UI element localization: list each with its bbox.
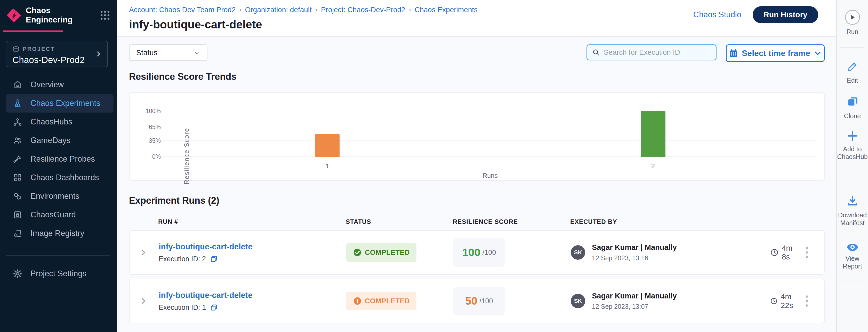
time-frame-button[interactable]: Select time frame	[726, 44, 825, 62]
row-menu-kebab-icon[interactable]	[802, 246, 825, 259]
status-filter-dropdown[interactable]: Status	[129, 44, 208, 61]
breadcrumb-organization[interactable]: Organization: default	[245, 6, 311, 14]
page-header: Account: Chaos Dev Team Prod2 › Organiza…	[117, 0, 836, 37]
run-duration: 4m 8s	[754, 244, 802, 261]
chart-y-tick-label: 35%	[149, 137, 161, 144]
gear-icon	[12, 269, 23, 278]
sidebar-item-label: Overview	[30, 80, 64, 89]
expand-row-icon[interactable]	[139, 248, 154, 257]
table-header-row: RUN # STATUS RESILIENCE SCORE EXECUTED B…	[129, 213, 825, 230]
table-row[interactable]: infy-boutique-cart-delete Execution ID: …	[129, 230, 825, 275]
run-duration: 4m 22s	[754, 292, 802, 310]
chart-gridline	[164, 156, 816, 157]
eye-icon	[846, 241, 859, 253]
run-button[interactable]	[837, 10, 868, 25]
executed-at-timestamp: 12 Sep 2023, 13:07	[592, 303, 677, 310]
sidebar-item-chaosguard[interactable]: ChaosGuard	[6, 206, 114, 224]
row-menu-kebab-icon[interactable]	[802, 294, 825, 308]
view-report-button[interactable]	[837, 241, 868, 255]
execution-id-label: Execution ID: 2	[159, 255, 206, 263]
download-manifest-button[interactable]	[837, 195, 868, 209]
chart-y-tick-label: 100%	[146, 108, 161, 115]
chart-y-tick-label: 0%	[152, 153, 161, 160]
executed-by-name: Sagar Kumar | Manually	[592, 292, 677, 300]
chart-bar[interactable]	[315, 134, 340, 157]
sidebar-item-chaos-dashboards[interactable]: Chaos Dashboards	[6, 168, 114, 187]
play-icon[interactable]	[845, 10, 860, 25]
edit-button[interactable]	[837, 61, 868, 74]
chart-bar[interactable]	[641, 111, 665, 157]
resilience-score: 50 /100	[453, 286, 505, 315]
harness-logo-icon[interactable]	[7, 8, 21, 23]
experiment-action-rail: Run Edit Clone Add to ChaosHub Download …	[836, 0, 868, 332]
chaos-engineering-app: Chaos Engineering PROJECT Chaos-Dev-Prod…	[0, 0, 868, 332]
score-total: /100	[479, 297, 493, 305]
download-icon	[846, 195, 859, 207]
chart-gridline	[164, 127, 816, 127]
sidebar-divider	[6, 255, 110, 255]
sidebar-item-label: Environments	[30, 191, 80, 201]
breadcrumb-chaos-experiments[interactable]: Chaos Experiments	[415, 6, 477, 14]
sidebar-item-label: Image Registry	[30, 229, 84, 238]
sidebar-item-chaoshubs[interactable]: ChaosHubs	[6, 113, 114, 131]
clone-button[interactable]	[837, 96, 868, 109]
flask-icon	[12, 99, 23, 108]
hexagons-icon	[12, 191, 23, 201]
alert-circle-icon	[353, 297, 362, 305]
app-switcher-icon[interactable]	[99, 9, 111, 21]
executed-at-timestamp: 12 Sep 2023, 13:16	[592, 254, 677, 262]
clone-button-label: Clone	[837, 112, 868, 120]
copy-icon[interactable]	[210, 255, 218, 263]
project-selector[interactable]: PROJECT Chaos-Dev-Prod2	[6, 41, 108, 67]
experiment-run-link[interactable]: infy-boutique-cart-delete	[154, 242, 346, 251]
left-sidebar: Chaos Engineering PROJECT Chaos-Dev-Prod…	[0, 0, 117, 332]
sidebar-item-chaos-experiments[interactable]: Chaos Experiments	[6, 94, 114, 113]
chart-category-label: 1	[326, 162, 329, 170]
chevron-right-icon: ›	[239, 6, 241, 13]
resilience-trend-chart: Resilience Score Runs 0%35%65%100%12	[129, 92, 825, 181]
run-history-button[interactable]: Run History	[753, 6, 818, 23]
chaos-studio-link[interactable]: Chaos Studio	[693, 10, 741, 19]
table-row[interactable]: infy-boutique-cart-delete Execution ID: …	[129, 279, 825, 323]
sidebar-item-overview[interactable]: Overview	[6, 76, 114, 94]
sidebar-header: Chaos Engineering	[0, 0, 117, 30]
plus-icon	[846, 130, 859, 142]
sidebar-item-label: Resilience Probes	[30, 154, 95, 164]
chart-x-axis-label: Runs	[483, 172, 497, 179]
sidebar-item-label: ChaosGuard	[30, 210, 76, 219]
sidebar-item-resilience-probes[interactable]: Resilience Probes	[6, 150, 114, 168]
experiment-run-link[interactable]: infy-boutique-cart-delete	[154, 291, 346, 300]
calendar-icon	[729, 49, 738, 58]
sidebar-item-project-settings[interactable]: Project Settings	[6, 264, 114, 283]
chevron-right-icon: ›	[315, 6, 317, 13]
chart-category-label: 2	[651, 162, 655, 170]
lock-square-icon	[12, 210, 23, 219]
chevron-right-icon	[94, 50, 102, 58]
copy-icon[interactable]	[210, 304, 218, 311]
sidebar-item-label: ChaosHubs	[30, 117, 72, 126]
home-icon	[12, 80, 23, 89]
sidebar-item-environments[interactable]: Environments	[6, 187, 114, 206]
main-area: Account: Chaos Dev Team Prod2 › Organiza…	[117, 0, 836, 332]
brand-underline	[3, 30, 63, 32]
column-header-executed-by: EXECUTED BY	[570, 218, 753, 225]
sidebar-item-image-registry[interactable]: Image Registry	[6, 224, 114, 243]
pencil-icon	[847, 61, 858, 72]
page-content: Status Select time frame Resilience Scor	[117, 37, 836, 332]
rail-divider	[840, 281, 864, 281]
sidebar-item-label: Chaos Experiments	[30, 99, 100, 108]
clock-icon	[770, 248, 779, 257]
breadcrumb-account[interactable]: Account: Chaos Dev Team Prod2	[129, 6, 236, 14]
gear-square-icon	[12, 229, 23, 238]
expand-row-icon[interactable]	[139, 297, 154, 305]
breadcrumb: Account: Chaos Dev Team Prod2 › Organiza…	[129, 6, 477, 14]
sidebar-item-gamedays[interactable]: GameDays	[6, 131, 114, 150]
experiment-runs-table: RUN # STATUS RESILIENCE SCORE EXECUTED B…	[129, 213, 825, 323]
chart-y-tick-label: 65%	[149, 123, 161, 130]
search-input[interactable]	[604, 48, 707, 57]
add-to-chaoshub-button[interactable]	[837, 130, 868, 144]
time-frame-label: Select time frame	[742, 49, 810, 58]
breadcrumb-project[interactable]: Project: Chaos-Dev-Prod2	[321, 6, 405, 14]
status-badge: COMPLETED	[346, 292, 416, 310]
sidebar-item-label: Project Settings	[30, 269, 87, 278]
